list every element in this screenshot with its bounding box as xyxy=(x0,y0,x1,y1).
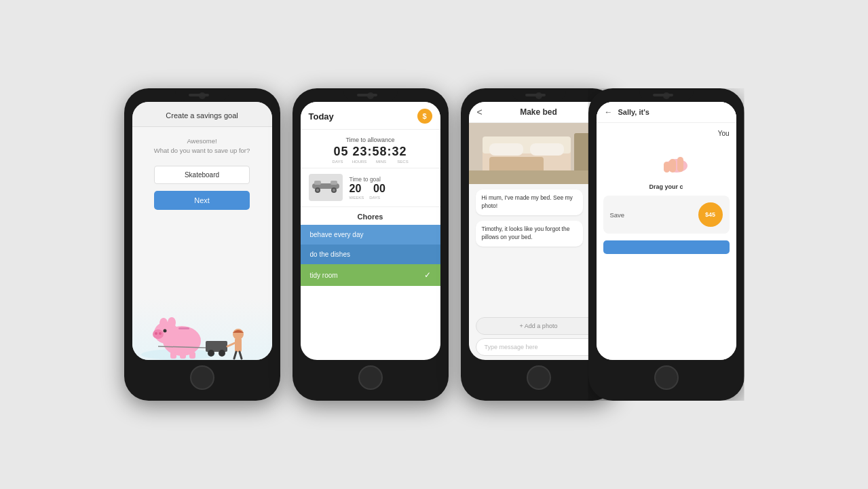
svg-point-28 xyxy=(333,189,335,192)
svg-rect-9 xyxy=(170,352,176,359)
phone-1-home-button[interactable] xyxy=(190,365,214,390)
phone-3-speaker xyxy=(525,94,546,96)
svg-rect-39 xyxy=(677,157,683,172)
svg-rect-24 xyxy=(331,181,337,185)
drag-label: Drag your c xyxy=(649,183,683,190)
phone-1-body: Create a savings goal Awesome! What do y… xyxy=(124,88,280,401)
svg-rect-40 xyxy=(664,162,670,173)
today-label: Today xyxy=(309,111,334,122)
phone-2-speaker xyxy=(357,94,377,96)
svg-point-16 xyxy=(219,350,225,357)
phone-2: Today $ Time to allowance 05 23:58:32 DA… xyxy=(293,88,449,401)
bed-image xyxy=(469,123,609,184)
secs-label: SECS xyxy=(394,160,413,164)
goal-image xyxy=(309,174,343,201)
screen3-header: < Make bed xyxy=(469,102,609,123)
phone-2-home-button[interactable] xyxy=(358,365,383,390)
chore-1-label: behave every day xyxy=(310,231,364,238)
goal-info: Time to goal 20 00 WEEKS DAYS xyxy=(350,176,432,200)
svg-point-8 xyxy=(163,329,166,333)
message-1-text: Hi mum, I've made my bed. See my photo! xyxy=(482,194,573,209)
svg-rect-38 xyxy=(669,159,676,173)
svg-rect-35 xyxy=(530,143,564,156)
screen4-header: ← Sally, it's xyxy=(597,102,736,123)
phone-4-speaker xyxy=(653,94,673,96)
skateboard-image xyxy=(309,174,343,201)
svg-line-20 xyxy=(234,352,236,359)
svg-point-6 xyxy=(155,332,157,335)
save-section: Save $45 xyxy=(603,196,730,234)
bed-illustration xyxy=(469,123,609,184)
make-bed-screen: < Make bed xyxy=(469,102,609,360)
days-label: DAYS xyxy=(369,196,380,200)
screen3-title: Make bed xyxy=(520,107,557,117)
days-value: 00 xyxy=(373,183,385,194)
time-value: 23:58:32 xyxy=(352,145,407,158)
svg-point-15 xyxy=(208,350,214,357)
goal-section: Time to goal 20 00 WEEKS DAYS xyxy=(301,168,440,207)
phone-4: ← Sally, it's You Drag your c Save xyxy=(588,88,744,401)
subtitle-line1: Awesome! xyxy=(187,137,216,145)
add-photo-button[interactable]: + Add a photo xyxy=(476,317,602,335)
phone-2-screen: Today $ Time to allowance 05 23:58:32 DA… xyxy=(301,102,440,360)
svg-rect-17 xyxy=(235,338,242,352)
mins-label: MINS xyxy=(372,160,391,164)
svg-point-5 xyxy=(153,329,164,339)
drag-illustration xyxy=(639,140,694,181)
next-button[interactable]: Next xyxy=(154,191,250,210)
svg-point-4 xyxy=(168,317,176,328)
chore-checkmark: ✓ xyxy=(424,270,431,280)
chore-item-2[interactable]: do the dishes xyxy=(301,244,440,264)
message-list: Hi mum, I've made my bed. See my photo! … xyxy=(469,184,609,313)
phone-4-home-button[interactable] xyxy=(654,365,679,390)
goal-input[interactable]: Skateboard xyxy=(154,166,250,184)
phone-3-home-button[interactable] xyxy=(527,365,551,390)
phone-2-body: Today $ Time to allowance 05 23:58:32 DA… xyxy=(293,88,449,401)
screen1-illustration xyxy=(132,299,272,360)
svg-line-21 xyxy=(240,352,242,359)
phone-3-screen: < Make bed xyxy=(469,102,609,360)
svg-point-3 xyxy=(159,318,168,329)
allowance-timer: 05 23:58:32 xyxy=(301,145,440,159)
phone-1-speaker xyxy=(189,94,209,96)
coin-icon[interactable]: $ xyxy=(417,109,432,124)
timer-labels: DAYS HOURS MINS SECS xyxy=(301,160,440,164)
subtitle-line2: What do you want to save up for? xyxy=(154,147,250,154)
svg-rect-34 xyxy=(489,143,523,156)
allowance-section: Time to allowance 05 23:58:32 DAYS HOURS… xyxy=(301,130,440,168)
phone-1: Create a savings goal Awesome! What do y… xyxy=(124,88,280,401)
chore-item-1[interactable]: behave every day xyxy=(301,225,440,244)
screen1-header: Create a savings goal xyxy=(132,102,272,127)
svg-rect-36 xyxy=(469,170,609,184)
screen4-title: Sally, it's xyxy=(618,108,649,116)
sally-screen: ← Sally, it's You Drag your c Save xyxy=(597,102,736,360)
goal-timer: 20 00 xyxy=(350,183,432,195)
screen2-header: Today $ xyxy=(301,102,440,130)
action-area: + Add a photo Type message here xyxy=(469,313,609,360)
screen1-title: Create a savings goal xyxy=(166,111,238,120)
svg-rect-23 xyxy=(314,181,321,185)
svg-rect-14 xyxy=(206,341,227,352)
chore-item-3[interactable]: tidy room ✓ xyxy=(301,264,440,286)
message-2: Timothy, it looks like you forgot the pi… xyxy=(476,221,583,247)
back-icon[interactable]: < xyxy=(477,107,483,117)
action-button[interactable] xyxy=(603,240,730,254)
hours-label: HOURS xyxy=(350,160,369,164)
today-screen: Today $ Time to allowance 05 23:58:32 DA… xyxy=(301,102,440,360)
message-input[interactable]: Type message here xyxy=(476,338,602,356)
pig-illustration xyxy=(138,299,267,360)
chores-header: Chores xyxy=(301,207,440,225)
svg-rect-11 xyxy=(189,352,195,359)
savings-goal-screen: Create a savings goal Awesome! What do y… xyxy=(132,102,272,360)
weeks-value: 20 xyxy=(350,183,362,194)
back-icon-2[interactable]: ← xyxy=(605,107,613,117)
phone-4-screen: ← Sally, it's You Drag your c Save xyxy=(597,102,736,360)
screen4-body: You Drag your c Save $45 xyxy=(597,123,736,360)
phone-1-screen: Create a savings goal Awesome! What do y… xyxy=(132,102,272,360)
chore-3-label: tidy room xyxy=(310,272,338,279)
message-2-text: Timothy, it looks like you forgot the pi… xyxy=(482,225,570,240)
svg-rect-10 xyxy=(180,352,186,359)
svg-line-19 xyxy=(227,343,235,346)
message-1: Hi mum, I've made my bed. See my photo! xyxy=(476,189,583,215)
weeks-label: WEEKS xyxy=(350,196,364,200)
